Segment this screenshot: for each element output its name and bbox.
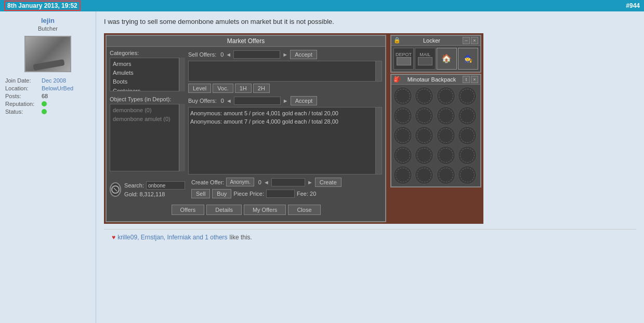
buy-offer-line-1: Anonymous: amount 5 / price 4,001 gold e… (190, 109, 380, 118)
buy-header: Buy Offers: 0 ◄ ► Accept (188, 96, 382, 105)
sell-scrollbar[interactable] (375, 61, 382, 81)
post-text: I was trying to sell some demonbone amul… (104, 17, 636, 27)
locker-close-button[interactable]: × (471, 37, 478, 44)
market-window: Market Offers Categories: Armors Amulets… (106, 35, 386, 222)
bp-slot-13[interactable] (393, 146, 412, 165)
buy-accept-button[interactable]: Accept (291, 96, 318, 105)
sell-section: Sell Offers: 0 ◄ ► Accept (188, 50, 382, 93)
reputation-dot (42, 101, 47, 106)
bp-slot-18[interactable] (415, 166, 433, 184)
create-arrow-right[interactable]: ► (307, 179, 313, 185)
object-types-section: Object Types (in Depot): demonbone (0) d… (110, 96, 185, 174)
reputation-label: Reputation: (5, 101, 42, 107)
status-label: Status: (5, 109, 42, 115)
sell-offers-input[interactable] (233, 50, 280, 59)
backpack-icon: 🎒 (393, 76, 401, 83)
locker-slot-depot[interactable]: DEPOT (393, 48, 414, 70)
buy-offer-line-2: Anonymous: amount 7 / price 4,000 gold e… (190, 117, 380, 126)
game-area: Market Offers Categories: Armors Amulets… (104, 33, 483, 224)
categories-label: Categories: (110, 50, 185, 56)
search-icon (111, 185, 120, 194)
buy-arrow-left[interactable]: ◄ (226, 98, 232, 104)
like-text: like this. (230, 234, 252, 241)
details-button[interactable]: Details (206, 205, 242, 215)
offers-button[interactable]: Offers (172, 205, 205, 215)
bp-slot-10[interactable] (415, 126, 433, 145)
bp-slot-9[interactable] (393, 126, 412, 145)
2h-button[interactable]: 2H (253, 84, 270, 93)
sell-accept-button[interactable]: Accept (290, 50, 317, 59)
create-offer-label: Create Offer: (191, 179, 224, 185)
bp-slot-15[interactable] (437, 146, 455, 165)
bp-slot-1[interactable] (393, 87, 412, 105)
locker-slot-house[interactable]: 🏠 (437, 48, 457, 70)
object-types-scrollbar[interactable] (179, 104, 185, 171)
create-arrow-left[interactable]: ◄ (264, 179, 269, 185)
bp-slot-6[interactable] (415, 106, 433, 125)
create-button[interactable]: Create (315, 178, 341, 187)
market-title: Market Offers (107, 36, 385, 47)
close-button[interactable]: Close (288, 205, 320, 215)
bp-slot-16[interactable] (458, 146, 477, 165)
bp-slot-4[interactable] (458, 87, 477, 105)
post-content: I was trying to sell some demonbone amul… (96, 11, 644, 323)
my-offers-button[interactable]: My Offers (244, 205, 286, 215)
status-row: Status: (5, 109, 90, 115)
locker-minus-button[interactable]: – (463, 37, 470, 44)
sell-arrow-right[interactable]: ► (282, 51, 288, 58)
voc-button[interactable]: Voc. (213, 84, 233, 93)
house-icon: 🏠 (441, 53, 452, 63)
category-containers[interactable]: Containers (112, 87, 183, 91)
likers-list[interactable]: krille09, Ernstjan, Inferniak and 1 othe… (117, 234, 227, 241)
bp-slot-14[interactable] (415, 146, 433, 165)
locker-label: Locker (423, 37, 440, 44)
object-type-demonbone-amulet[interactable]: demonbone amulet (0) (112, 115, 183, 124)
locker-icon: 🔒 (393, 37, 401, 44)
bp-slot-11[interactable] (437, 126, 455, 145)
piece-price-input[interactable] (266, 190, 295, 198)
category-scrollbar[interactable] (179, 58, 185, 91)
heart-icon: ♥ (112, 234, 115, 241)
category-boots[interactable]: Boots (112, 77, 183, 86)
bp-slot-8[interactable] (458, 106, 477, 125)
buy-scrollbar[interactable] (375, 107, 382, 174)
bp-slot-12[interactable] (458, 126, 477, 145)
object-type-demonbone[interactable]: demonbone (0) (112, 106, 183, 115)
category-amulets[interactable]: Amulets (112, 69, 183, 77)
search-input[interactable] (146, 181, 185, 190)
search-row: Search: Gold: 8,312,118 (110, 181, 185, 197)
level-button[interactable]: Level (188, 84, 211, 93)
location-label: Location: (5, 85, 42, 91)
market-body: Categories: Armors Amulets Boots Contain… (107, 47, 385, 221)
char-icon: 🧙 (464, 55, 472, 63)
locker-slot-char[interactable]: 🧙 (458, 48, 478, 70)
backpack-close-button[interactable]: × (471, 76, 478, 83)
bp-slot-7[interactable] (437, 106, 455, 125)
bp-slot-20[interactable] (458, 166, 477, 184)
bp-slot-2[interactable] (415, 87, 433, 105)
category-armors[interactable]: Armors (112, 60, 183, 69)
buy-button[interactable]: Buy (212, 189, 231, 198)
create-header: Create Offer: Anonym. 0 ◄ ► Create (191, 178, 382, 187)
bp-slot-17[interactable] (393, 166, 412, 184)
object-types-list[interactable]: demonbone (0) demonbone amulet (0) (110, 104, 185, 171)
anonym-button[interactable]: Anonym. (226, 178, 254, 186)
bp-slot-5[interactable] (393, 106, 412, 125)
buy-arrow-right[interactable]: ► (283, 98, 288, 104)
join-date-label: Join Date: (5, 77, 42, 84)
create-input[interactable] (271, 178, 305, 186)
category-list[interactable]: Armors Amulets Boots Containers (110, 58, 185, 91)
post-number: #944 (626, 2, 640, 9)
sell-button[interactable]: Sell (191, 189, 210, 198)
1h-button[interactable]: 1H (235, 84, 252, 93)
locker-slot-mail[interactable]: MAIL (415, 48, 435, 70)
bp-slot-19[interactable] (437, 166, 455, 184)
buy-offers-input[interactable] (234, 97, 281, 105)
sell-buy-row: Sell Buy Piece Price: Fee: 20 (191, 189, 382, 198)
create-offer-section: Create Offer: Anonym. 0 ◄ ► Create Sell … (191, 178, 382, 198)
backpack-t-button[interactable]: t (463, 76, 470, 83)
bp-slot-3[interactable] (437, 87, 455, 105)
sell-arrow-left[interactable]: ◄ (226, 51, 231, 58)
top-bar: 8th January 2013, 19:52 #944 (0, 0, 644, 11)
search-label-row: Search: (124, 181, 185, 190)
